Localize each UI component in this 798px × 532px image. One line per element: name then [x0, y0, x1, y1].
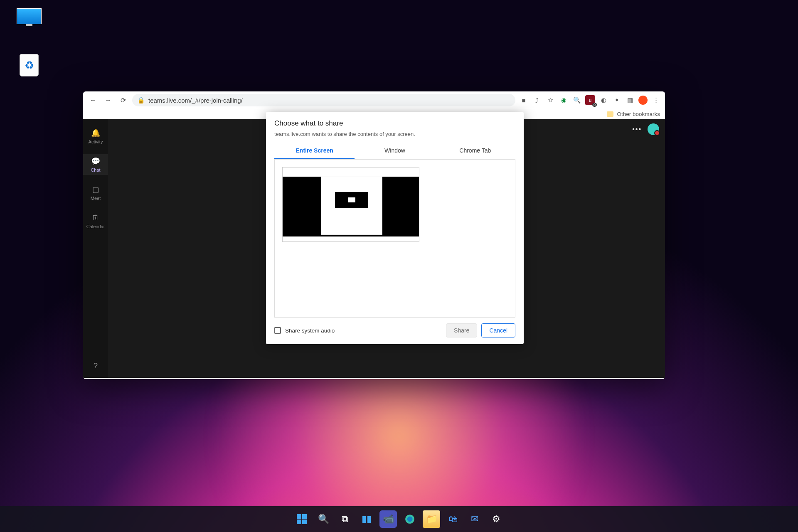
taskbar-teams[interactable]: 📹 [379, 510, 397, 528]
teams-rail: 🔔 Activity 💬 Chat ▢ Meet 🗓 Calendar ? [83, 119, 108, 378]
sidepanel-icon[interactable]: ▥ [625, 95, 635, 105]
taskbar-explorer[interactable]: 📁 [423, 510, 440, 528]
screen-thumbnail[interactable] [282, 167, 419, 242]
puzzle-icon[interactable]: ✦ [612, 95, 622, 105]
share-preview-area [274, 160, 515, 318]
dialog-footer: Share system audio Share Cancel [274, 323, 515, 337]
share-audio-checkbox[interactable] [274, 327, 281, 334]
share-page-icon[interactable]: ⤴ [532, 95, 542, 105]
avatar[interactable] [648, 123, 659, 135]
rail-calendar[interactable]: 🗓 Calendar [83, 211, 108, 232]
forward-button[interactable]: → [102, 94, 114, 106]
share-dialog: Choose what to share teams.live.com want… [266, 112, 524, 344]
share-tabs: Entire Screen Window Chrome Tab [274, 143, 515, 160]
recycle-bin-icon: ♻ [20, 54, 39, 76]
teams-main: ••• Choose what to share teams.live.com … [108, 119, 665, 378]
bell-icon: 🔔 [91, 128, 100, 138]
rail-calendar-label: Calendar [86, 224, 105, 229]
teams-app: 🔔 Activity 💬 Chat ▢ Meet 🗓 Calendar ? ••… [83, 119, 665, 378]
tab-chrome-tab[interactable]: Chrome Tab [435, 143, 515, 159]
chrome-menu-icon[interactable]: ⋮ [651, 95, 661, 105]
rail-chat[interactable]: 💬 Chat [83, 154, 108, 175]
brave-icon[interactable] [638, 96, 648, 105]
grammarly-icon[interactable]: ◉ [559, 95, 569, 105]
taskbar-search[interactable]: 🔍 [315, 510, 332, 528]
share-audio-label: Share system audio [285, 328, 446, 334]
rail-activity-label: Activity [89, 139, 103, 144]
dialog-subtitle: teams.live.com wants to share the conten… [274, 131, 515, 137]
lock-icon: 🔒 [137, 96, 145, 104]
video-icon: ▢ [91, 185, 100, 194]
teams-header: ••• [632, 123, 659, 135]
share-button[interactable]: Share [446, 323, 477, 337]
taskbar-store[interactable]: 🛍 [444, 510, 462, 528]
browser-toolbar: ← → ⟳ 🔒 teams.live.com/_#/pre-join-calli… [83, 91, 665, 109]
edge-icon [404, 514, 415, 525]
cancel-button[interactable]: Cancel [481, 323, 515, 337]
extensions-row: ■ ⤴ ☆ ◉ 🔍 u0 ◐ ✦ ▥ ⋮ [519, 95, 661, 105]
more-options-icon[interactable]: ••• [632, 126, 642, 133]
reload-button[interactable]: ⟳ [117, 94, 129, 106]
tab-entire-screen[interactable]: Entire Screen [274, 143, 355, 159]
rail-meet-label: Meet [91, 196, 101, 201]
taskbar-mail[interactable]: ✉ [466, 510, 483, 528]
ext-generic-icon[interactable]: ◐ [598, 95, 608, 105]
taskbar-widgets[interactable]: ▮▮ [358, 510, 375, 528]
rail-help[interactable]: ? [83, 359, 108, 373]
address-bar[interactable]: 🔒 teams.live.com/_#/pre-join-calling/ [132, 94, 515, 106]
url-text: teams.live.com/_#/pre-join-calling/ [148, 97, 243, 104]
taskbar: 🔍 ⧉ ▮▮ 📹 📁 🛍 ✉ ⚙ [0, 506, 798, 532]
desktop-icon-recycle-bin[interactable]: ♻ [8, 54, 50, 76]
taskbar-settings[interactable]: ⚙ [488, 510, 505, 528]
rail-activity[interactable]: 🔔 Activity [83, 126, 108, 147]
taskbar-taskview[interactable]: ⧉ [336, 510, 354, 528]
search-ext-icon[interactable]: 🔍 [572, 95, 582, 105]
folder-icon [607, 111, 613, 117]
camera-icon[interactable]: ■ [519, 95, 529, 105]
desktop-icon-this-pc[interactable] [8, 8, 50, 27]
taskbar-edge[interactable] [401, 510, 419, 528]
start-button[interactable] [293, 510, 310, 528]
help-icon: ? [91, 361, 100, 370]
other-bookmarks[interactable]: Other bookmarks [607, 111, 660, 117]
star-icon[interactable]: ☆ [545, 95, 555, 105]
rail-chat-label: Chat [91, 167, 100, 172]
rail-meet[interactable]: ▢ Meet [83, 182, 108, 203]
chrome-window: ← → ⟳ 🔒 teams.live.com/_#/pre-join-calli… [83, 91, 665, 379]
ublock-icon[interactable]: u0 [585, 95, 595, 105]
calendar-icon: 🗓 [91, 213, 100, 222]
tab-window[interactable]: Window [355, 143, 435, 159]
dialog-title: Choose what to share [274, 119, 515, 128]
back-button[interactable]: ← [87, 94, 99, 106]
windows-icon [297, 514, 307, 524]
monitor-icon [17, 8, 42, 24]
other-bookmarks-label: Other bookmarks [617, 111, 660, 117]
svg-point-1 [407, 517, 413, 522]
chat-icon: 💬 [91, 157, 100, 166]
